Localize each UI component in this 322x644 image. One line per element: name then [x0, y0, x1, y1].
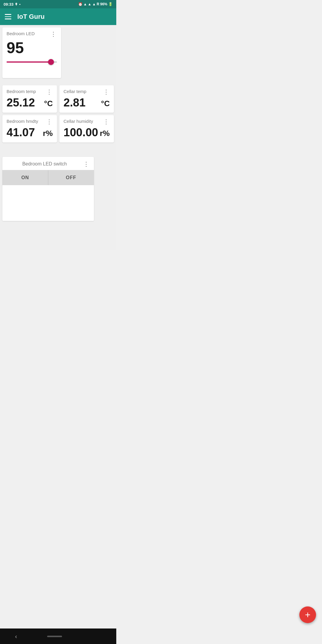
cellar-temp-header: Cellar temp ⋮ — [64, 89, 110, 95]
cellar-temp-card: Cellar temp ⋮ 2.81 °C — [59, 85, 114, 113]
bedroom-led-header: Bedroom LED ⋮ — [7, 31, 57, 37]
hamburger-menu[interactable] — [5, 14, 11, 19]
bedroom-temp-menu[interactable]: ⋮ — [46, 89, 53, 95]
bedroom-temp-title: Bedroom temp — [7, 89, 36, 94]
time-display: 09:33 — [4, 2, 13, 7]
bedroom-led-row: Bedroom LED ⋮ 95 — [2, 27, 114, 78]
bedroom-hmdty-title: Bedroom hmdty — [7, 119, 38, 124]
bedroom-led-title: Bedroom LED — [7, 31, 35, 36]
switch-title: Bedroom LED switch — [7, 161, 83, 167]
cellar-humidity-title: Cellar humidity — [64, 119, 93, 124]
cellar-temp-value-row: 2.81 °C — [64, 97, 110, 109]
app-bar: IoT Guru — [0, 8, 116, 25]
r-indicator: R — [97, 2, 99, 6]
cellar-humidity-unit: r% — [100, 129, 110, 138]
alarm-icon: ⏰ — [78, 2, 83, 6]
slider-thumb[interactable] — [48, 59, 54, 65]
bedroom-led-switch-card: Bedroom LED switch ⋮ ON OFF — [2, 157, 94, 221]
switch-card-header: Bedroom LED switch ⋮ — [2, 157, 94, 170]
bedroom-temp-value-row: 25.12 °C — [7, 97, 53, 109]
cellar-temp-title: Cellar temp — [64, 89, 86, 94]
bedroom-led-value: 95 — [7, 39, 57, 57]
app-title: IoT Guru — [17, 13, 45, 21]
switch-off-button[interactable]: OFF — [48, 170, 94, 185]
battery-display: 96% — [100, 2, 107, 6]
bedroom-led-slider[interactable] — [7, 59, 57, 65]
cellar-temp-menu[interactable]: ⋮ — [103, 89, 110, 95]
cellar-humidity-menu[interactable]: ⋮ — [103, 119, 110, 125]
signal-icon-2: ▲ — [92, 2, 96, 6]
humidity-cards-row: Bedroom hmdty ⋮ 41.07 r% Cellar humidity… — [2, 115, 114, 143]
switch-buttons: ON OFF — [2, 170, 94, 185]
status-time: 09:33 🎙 ● — [4, 2, 21, 7]
cellar-humidity-header: Cellar humidity ⋮ — [64, 119, 110, 125]
hamburger-line-3 — [5, 18, 11, 19]
bedroom-hmdty-header: Bedroom hmdty ⋮ — [7, 119, 53, 125]
status-icons: ⏰ ▲ ▲ ▲ R 96% 🔋 — [78, 2, 113, 6]
switch-on-button[interactable]: ON — [2, 170, 48, 185]
bedroom-led-menu[interactable]: ⋮ — [50, 31, 57, 37]
bedroom-temp-value: 25.12 — [7, 97, 35, 109]
bottom-padding — [2, 223, 114, 247]
bedroom-temp-header: Bedroom temp ⋮ — [7, 89, 53, 95]
bedroom-temp-unit: °C — [44, 99, 53, 108]
bedroom-temp-card: Bedroom temp ⋮ 25.12 °C — [2, 85, 57, 113]
bedroom-hmdty-menu[interactable]: ⋮ — [46, 119, 53, 125]
cellar-temp-unit: °C — [101, 99, 110, 108]
mic-icon: 🎙 — [15, 2, 18, 6]
signal-icon-1: ▲ — [88, 2, 92, 6]
wifi-icon: ▲ — [83, 2, 87, 6]
bedroom-led-empty-right — [64, 27, 114, 78]
battery-icon: 🔋 — [108, 2, 113, 6]
cellar-temp-value: 2.81 — [64, 97, 86, 109]
bedroom-hmdty-unit: r% — [43, 129, 53, 138]
main-content: Bedroom LED ⋮ 95 Bedroom temp ⋮ — [0, 25, 116, 250]
cellar-humidity-value-row: 100.00 r% — [64, 126, 110, 139]
status-bar: 09:33 🎙 ● ⏰ ▲ ▲ ▲ R 96% 🔋 — [0, 0, 116, 8]
cellar-humidity-value: 100.00 — [64, 126, 98, 139]
spacer-1 — [2, 80, 114, 85]
spacer-2 — [2, 145, 114, 157]
bedroom-hmdty-value: 41.07 — [7, 126, 35, 139]
temp-cards-row: Bedroom temp ⋮ 25.12 °C Cellar temp ⋮ 2.… — [2, 85, 114, 113]
slider-fill — [7, 61, 51, 63]
switch-card-extra-space — [2, 185, 94, 221]
dot-indicator: ● — [19, 3, 21, 6]
bedroom-hmdty-card: Bedroom hmdty ⋮ 41.07 r% — [2, 115, 57, 143]
hamburger-line-2 — [5, 16, 11, 17]
hamburger-line-1 — [5, 14, 11, 15]
switch-card-menu[interactable]: ⋮ — [83, 161, 90, 167]
cellar-humidity-card: Cellar humidity ⋮ 100.00 r% — [59, 115, 114, 143]
bedroom-hmdty-value-row: 41.07 r% — [7, 126, 53, 139]
bedroom-led-card: Bedroom LED ⋮ 95 — [2, 27, 61, 78]
